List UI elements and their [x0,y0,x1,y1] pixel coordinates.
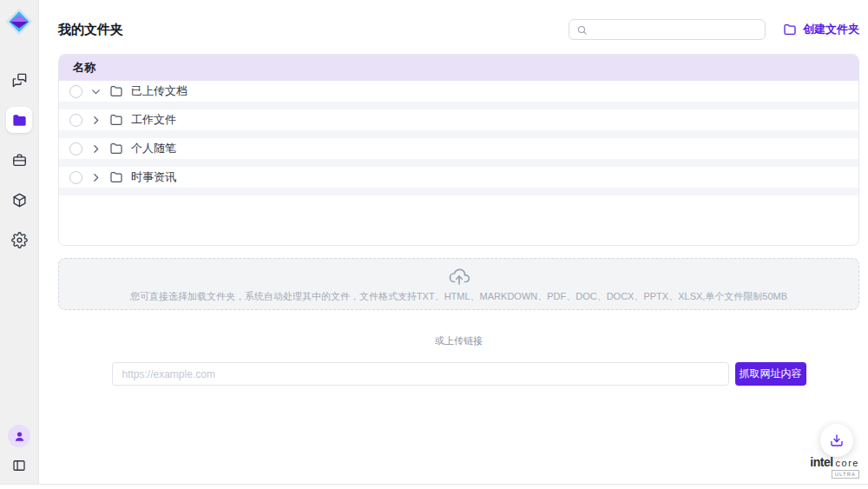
briefcase-icon [11,152,28,169]
fetch-url-button[interactable]: 抓取网址内容 [735,362,806,386]
chevron-right-icon[interactable] [90,143,102,155]
page-title: 我的文件夹 [58,22,123,38]
user-icon [13,430,26,443]
intel-brand-text: intel [810,456,832,468]
table-body: 已上传文档 工作文件 个人随笔 时事资讯 [59,81,858,195]
intel-product-text: core [836,459,859,468]
create-folder-label: 创建文件夹 [803,22,859,37]
sidebar-bottom [8,425,30,473]
folder-icon [109,113,123,127]
chevron-right-icon[interactable] [90,172,102,183]
row-checkbox[interactable] [69,114,82,127]
chat-icon [11,72,28,89]
create-folder-button[interactable]: 创建文件夹 [783,22,859,37]
create-folder-icon [783,23,797,36]
sidebar-item-models[interactable] [6,187,32,213]
row-separator [59,102,858,109]
search-input[interactable] [593,23,758,36]
sidebar-item-workspace[interactable] [6,147,32,173]
sidebar [0,0,39,484]
row-checkbox[interactable] [69,142,82,155]
sidebar-item-chat[interactable] [6,67,32,93]
row-separator [59,188,858,195]
folder-icon [109,142,123,155]
sidebar-item-folders[interactable] [6,107,32,133]
folder-name: 时事资讯 [131,169,176,185]
main-content: 我的文件夹 创建文件夹 名称 [39,0,868,484]
cube-icon [11,192,28,208]
folder-table: 名称 已上传文档 工作文件 个人随笔 [58,54,859,246]
row-separator [59,159,858,167]
search-icon [576,24,588,36]
folder-name: 已上传文档 [131,83,187,99]
table-row[interactable]: 工作文件 [59,109,858,130]
folder-icon [11,112,28,129]
upload-link-divider: 或上传链接 [58,334,859,347]
panel-toggle-icon [11,458,27,473]
folder-name: 工作文件 [131,112,176,128]
column-name-label: 名称 [73,60,95,76]
cloud-upload-icon [448,265,470,287]
table-header: 名称 [59,55,858,81]
sidebar-nav [6,67,32,253]
upload-dropzone[interactable]: 您可直接选择加载文件夹，系统自动处理其中的文件，文件格式支持TXT、HTML、M… [58,258,859,310]
upload-hint-text: 您可直接选择加载文件夹，系统自动处理其中的文件，文件格式支持TXT、HTML、M… [130,290,787,303]
download-icon [829,433,845,448]
intel-core-logo: intel core ULTRA [810,456,859,479]
chevron-right-icon[interactable] [90,115,102,126]
folder-icon [109,170,123,184]
chevron-down-icon[interactable] [90,86,102,97]
row-separator [59,130,858,138]
search-box[interactable] [569,19,766,40]
table-row[interactable]: 已上传文档 [59,81,858,102]
sidebar-item-settings[interactable] [6,227,32,253]
url-input[interactable] [112,362,729,386]
gear-icon [11,232,28,248]
folder-name: 个人随笔 [131,141,176,156]
download-fab[interactable] [820,424,853,457]
row-checkbox[interactable] [69,171,82,184]
page-header: 我的文件夹 创建文件夹 [58,17,859,42]
intel-ultra-badge: ULTRA [832,470,859,479]
table-row[interactable]: 个人随笔 [59,138,858,159]
panel-toggle-button[interactable] [11,458,27,473]
window-bottom-edge [0,484,868,489]
user-avatar[interactable] [8,425,30,447]
url-upload-row: 抓取网址内容 [112,362,806,386]
gem-logo-icon [3,6,35,37]
row-checkbox[interactable] [69,85,82,98]
app-logo[interactable] [3,6,35,37]
table-row[interactable]: 时事资讯 [59,167,858,188]
folder-icon [109,84,123,98]
